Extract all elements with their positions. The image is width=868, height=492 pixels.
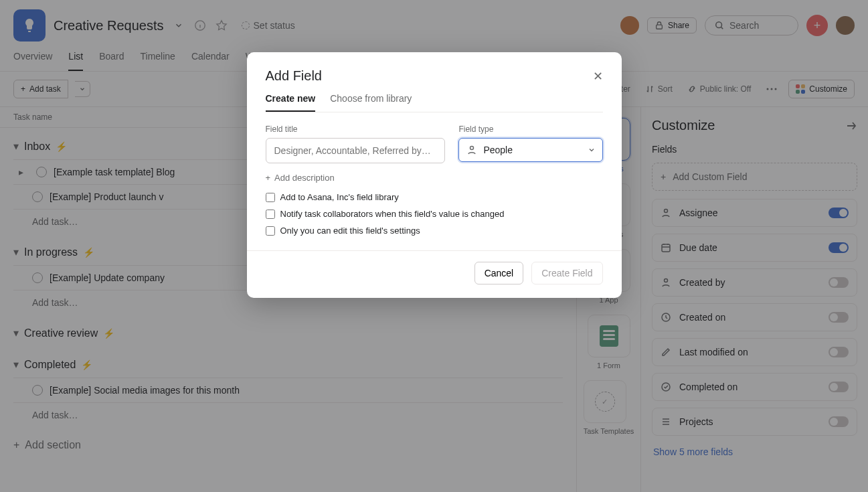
checkbox-label: Add to Asana, Inc's field library [280, 192, 399, 202]
chevron-down-icon [588, 146, 596, 154]
field-type-select[interactable]: People [458, 138, 602, 162]
checkbox-notify-collaborators[interactable]: Notify task collaborators when this fiel… [266, 209, 603, 219]
modal-tab-create-new[interactable]: Create new [266, 93, 316, 112]
person-icon [466, 144, 478, 156]
modal-tab-choose-library[interactable]: Choose from library [330, 93, 412, 112]
cancel-button[interactable]: Cancel [474, 262, 524, 284]
checkbox-add-to-library[interactable]: Add to Asana, Inc's field library [266, 192, 603, 202]
checkbox-label: Only you can edit this field's settings [280, 226, 420, 236]
modal-tabs: Create new Choose from library [266, 93, 603, 112]
checkbox-input[interactable] [266, 193, 275, 202]
modal-overlay[interactable]: Add Field ✕ Create new Choose from libra… [0, 0, 868, 492]
field-type-label: Field type [458, 125, 602, 134]
plus-icon: + [266, 173, 271, 183]
checkbox-only-you-edit[interactable]: Only you can edit this field's settings [266, 226, 603, 236]
close-icon[interactable]: ✕ [593, 69, 603, 84]
add-field-modal: Add Field ✕ Create new Choose from libra… [247, 52, 622, 298]
checkbox-input[interactable] [266, 226, 275, 236]
modal-title: Add Field [266, 68, 323, 84]
field-type-value: People [483, 145, 513, 155]
add-description-button[interactable]: + Add description [266, 173, 603, 183]
checkbox-input[interactable] [266, 210, 275, 219]
create-field-button[interactable]: Create Field [531, 262, 602, 284]
field-title-input[interactable] [266, 138, 446, 163]
checkbox-label: Notify task collaborators when this fiel… [280, 209, 505, 219]
svg-point-12 [470, 147, 474, 150]
field-title-label: Field title [266, 125, 446, 134]
add-description-label: Add description [274, 173, 335, 183]
